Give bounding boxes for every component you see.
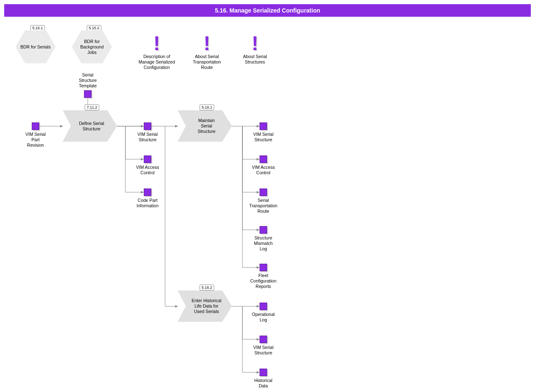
data-vim-serial-structure-2[interactable]: VIM Serial Structure [242, 122, 284, 143]
data-square-icon [260, 369, 267, 376]
data-square-icon [260, 303, 267, 310]
process-maintain-serial-structure[interactable]: 5.18.1 Maintain Serial Structure [178, 110, 236, 144]
code-tag: 7.11.2 [84, 104, 99, 110]
data-label: Historical Data [242, 378, 284, 389]
data-vim-serial-structure-1[interactable]: VIM Serial Structure [127, 122, 168, 143]
data-code-part-information[interactable]: Code Part Information [127, 188, 168, 209]
data-serial-transportation-route[interactable]: Serial Transportation Route [242, 188, 284, 214]
info-label: About Serial Structures [232, 54, 278, 65]
process-enter-historical-life-data[interactable]: 5.16.2 Enter Historical Life Data for Us… [178, 290, 236, 324]
data-square-icon [260, 336, 267, 343]
data-label: VIM Serial Part Revision [15, 132, 56, 148]
data-square-icon [260, 226, 267, 234]
exclamation-icon: ! [232, 35, 278, 52]
data-square-icon [144, 188, 151, 196]
info-label: About Serial Transportation Route [184, 54, 230, 70]
info-label: Description of Manage Serialized Configu… [134, 54, 180, 70]
data-square-icon [144, 155, 151, 163]
data-square-icon [84, 90, 92, 98]
data-label: VIM Access Control [127, 165, 168, 176]
data-vim-serial-part-revision[interactable]: VIM Serial Part Revision [15, 122, 56, 148]
info-description[interactable]: ! Description of Manage Serialized Confi… [134, 35, 180, 70]
hex-bdr-background[interactable]: 5.15.2 BDR for Background Jobs [71, 28, 117, 68]
data-fleet-configuration-reports[interactable]: Fleet Configuration Reports [242, 264, 284, 289]
data-square-icon [260, 155, 267, 163]
proc-label: Maintain Serial Structure [189, 118, 222, 134]
data-serial-structure-template[interactable]: Serial Structure Template [67, 72, 109, 99]
data-label: Fleet Configuration Reports [242, 273, 284, 289]
data-historical-data[interactable]: Historical Data [242, 369, 284, 389]
data-square-icon [144, 122, 151, 130]
data-vim-serial-structure-3[interactable]: VIM Serial Structure [242, 336, 284, 356]
hex-bdr-serials[interactable]: 5.16.1 BDR for Serials [15, 28, 61, 68]
code-tag: 5.16.1 [30, 25, 45, 31]
data-structure-mismatch-log[interactable]: Structure Mismatch Log [242, 226, 284, 252]
info-transport-route[interactable]: ! About Serial Transportation Route [184, 35, 230, 70]
exclamation-icon: ! [134, 35, 180, 52]
data-square-icon [260, 188, 267, 196]
code-tag: 5.16.2 [199, 285, 214, 290]
data-label: Serial Transportation Route [242, 198, 284, 214]
code-tag: 5.18.1 [199, 104, 214, 110]
proc-label: Define Serial Structure [70, 121, 110, 132]
data-label: VIM Serial Structure [242, 132, 284, 143]
process-define-serial-structure[interactable]: 7.11.2 Define Serial Structure [63, 110, 121, 144]
data-square-icon [32, 122, 39, 130]
data-label: Serial Structure Template [67, 72, 109, 89]
data-label: Structure Mismatch Log [242, 235, 284, 252]
data-label: VIM Serial Structure [242, 345, 284, 356]
data-square-icon [260, 264, 267, 271]
info-serial-structures[interactable]: ! About Serial Structures [232, 35, 278, 65]
hex-label: BDR for Background Jobs [80, 39, 104, 55]
hex-label: BDR for Serials [20, 44, 51, 50]
proc-label: Enter Historical Life Data for Used Seri… [182, 298, 227, 314]
data-label: Code Part Information [127, 198, 168, 209]
code-tag: 5.15.2 [87, 25, 101, 31]
data-label: VIM Serial Structure [127, 132, 168, 143]
data-label: Operational Log [242, 312, 284, 323]
data-square-icon [260, 122, 267, 130]
data-label: VIM Access Control [242, 165, 284, 176]
exclamation-icon: ! [184, 35, 230, 52]
data-vim-access-control-2[interactable]: VIM Access Control [242, 155, 284, 176]
diagram-canvas: 5.16.1 BDR for Serials 5.15.2 BDR for Ba… [0, 20, 535, 392]
data-vim-access-control-1[interactable]: VIM Access Control [127, 155, 168, 176]
page-title: 5.16. Manage Serialized Configuration [4, 4, 531, 17]
data-operational-log[interactable]: Operational Log [242, 303, 284, 323]
